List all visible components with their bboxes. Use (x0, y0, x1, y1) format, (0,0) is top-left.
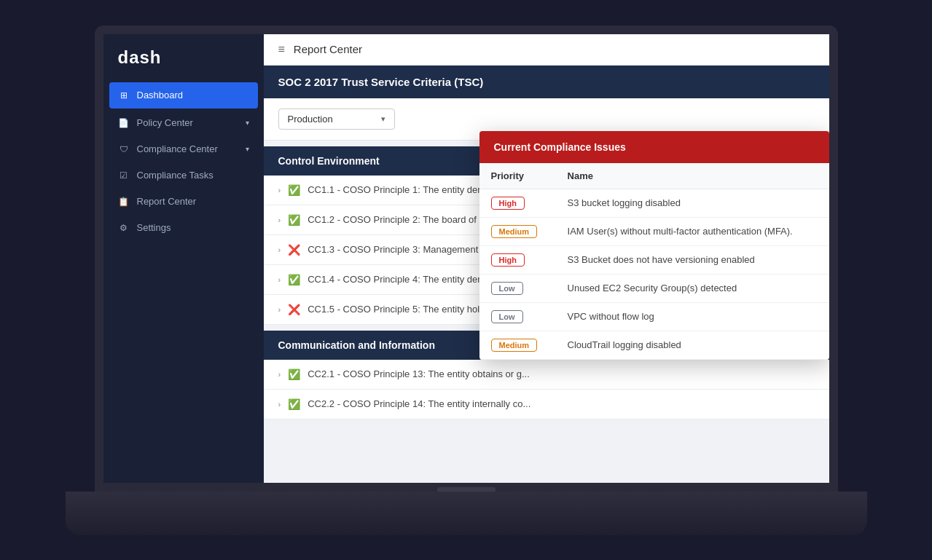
sidebar-item-compliance-center[interactable]: 🛡 Compliance Center ▾ (103, 136, 264, 162)
issues-table: Priority Name High S3 bucket logging dis… (479, 163, 829, 360)
table-row: Low Unused EC2 Security Group(s) detecte… (479, 274, 829, 302)
expand-icon: › (278, 400, 281, 409)
environment-dropdown[interactable]: Production ▾ (278, 109, 395, 130)
status-ok-icon: ✅ (288, 368, 300, 380)
chevron-icon-2: ▾ (246, 145, 249, 153)
overlay-title: Current Compliance Issues (479, 131, 829, 163)
page-title: SOC 2 2017 Trust Service Criteria (TSC) (264, 66, 829, 98)
priority-badge: Medium (491, 225, 538, 238)
status-fail-icon: ❌ (288, 244, 300, 256)
issue-name-cell: S3 bucket logging disabled (556, 189, 829, 217)
expand-icon: › (278, 186, 281, 194)
dropdown-chevron-icon: ▾ (381, 114, 385, 124)
header-title: Report Center (294, 43, 362, 55)
control-text: CC2.2 - COSO Principle 14: The entity in… (308, 398, 530, 409)
table-row: High S3 Bucket does not have versioning … (479, 245, 829, 274)
table-row: Medium CloudTrail logging disabled (479, 331, 829, 359)
header: ≡ Report Center (264, 34, 829, 66)
sidebar-label-dashboard: Dashboard (137, 90, 184, 100)
expand-icon: › (278, 216, 281, 224)
report-icon: 📋 (118, 196, 130, 208)
tasks-icon: ☑ (118, 170, 130, 181)
issue-name-cell: S3 Bucket does not have versioning enabl… (556, 245, 829, 274)
issue-name-cell: IAM User(s) without multi-factor authent… (556, 217, 829, 245)
dashboard-icon: ⊞ (118, 90, 130, 101)
priority-badge: Low (491, 310, 523, 323)
issue-name-cell: Unused EC2 Security Group(s) detected (556, 274, 829, 302)
priority-cell: Low (479, 302, 556, 331)
expand-icon: › (278, 245, 281, 254)
sidebar-item-settings[interactable]: ⚙ Settings (103, 215, 264, 241)
main-content: ≡ Report Center SOC 2 2017 Trust Service… (264, 34, 829, 483)
sidebar: dash ⊞ Dashboard 📄 Policy Center ▾ 🛡 Com… (103, 34, 264, 483)
app-container: dash ⊞ Dashboard 📄 Policy Center ▾ 🛡 Com… (103, 34, 829, 483)
compliance-icon: 🛡 (118, 143, 130, 155)
expand-icon: › (278, 370, 281, 379)
sidebar-label-report: Report Center (137, 196, 197, 207)
app-logo: dash (103, 34, 264, 81)
sidebar-item-dashboard[interactable]: ⊞ Dashboard (109, 82, 258, 109)
priority-badge: High (491, 197, 525, 210)
sidebar-item-report-center[interactable]: 📋 Report Center (103, 189, 264, 215)
chevron-icon: ▾ (246, 119, 249, 127)
sidebar-label-compliance: Compliance Center (137, 143, 218, 154)
table-row: Low VPC without flow log (479, 302, 829, 331)
policy-icon: 📄 (118, 117, 130, 129)
priority-cell: Medium (479, 331, 556, 359)
issue-name-cell: CloudTrail logging disabled (556, 331, 829, 359)
priority-cell: Low (479, 274, 556, 302)
page-content: SOC 2 2017 Trust Service Criteria (TSC) … (264, 66, 829, 483)
sidebar-item-compliance-tasks[interactable]: ☑ Compliance Tasks (103, 162, 264, 189)
issue-name-cell: VPC without flow log (556, 302, 829, 331)
table-row: Medium IAM User(s) without multi-factor … (479, 217, 829, 245)
sidebar-label-tasks: Compliance Tasks (137, 170, 214, 181)
sidebar-item-policy-center[interactable]: 📄 Policy Center ▾ (103, 110, 264, 136)
status-ok-icon: ✅ (288, 184, 300, 196)
col-priority: Priority (479, 163, 556, 189)
dropdown-value: Production (288, 114, 333, 125)
status-ok-icon: ✅ (288, 214, 300, 226)
expand-icon: › (278, 305, 281, 314)
settings-icon: ⚙ (118, 222, 130, 234)
status-ok-icon: ✅ (288, 274, 300, 285)
priority-badge: High (491, 253, 525, 267)
sidebar-label-settings: Settings (137, 222, 171, 233)
priority-badge: Low (491, 282, 523, 295)
sidebar-label-policy: Policy Center (137, 117, 193, 128)
priority-cell: High (479, 189, 556, 217)
compliance-overlay: Current Compliance Issues Priority Name … (479, 131, 829, 360)
menu-icon[interactable]: ≡ (278, 43, 285, 56)
sidebar-nav: ⊞ Dashboard 📄 Policy Center ▾ 🛡 Complian… (103, 81, 264, 483)
control-item-cc2-2[interactable]: › ✅ CC2.2 - COSO Principle 14: The entit… (264, 390, 829, 419)
priority-badge: Medium (491, 339, 538, 352)
priority-cell: Medium (479, 217, 556, 245)
col-name: Name (556, 163, 829, 189)
expand-icon: › (278, 275, 281, 284)
status-ok-icon: ✅ (288, 398, 300, 410)
table-row: High S3 bucket logging disabled (479, 189, 829, 217)
status-fail-icon: ❌ (288, 304, 300, 315)
control-item-cc2-1[interactable]: › ✅ CC2.1 - COSO Principle 13: The entit… (264, 360, 829, 390)
control-text: CC2.1 - COSO Principle 13: The entity ob… (308, 368, 530, 379)
priority-cell: High (479, 245, 556, 274)
